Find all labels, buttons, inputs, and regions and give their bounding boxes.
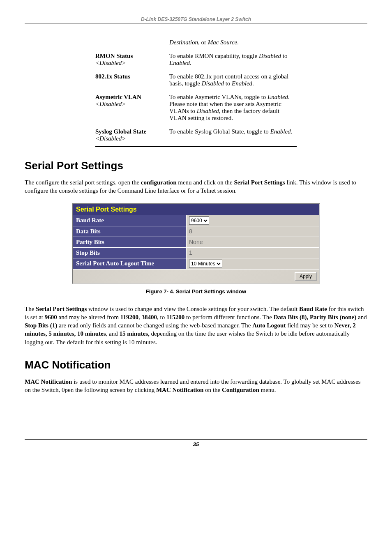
row-auto-logout: Serial Port Auto Logout Time 10 Minutes: [73, 258, 319, 269]
heading-serial-port-settings: Serial Port Settings: [25, 159, 367, 172]
row-baud-rate: Baud Rate 9600: [73, 215, 319, 226]
page-footer: 35: [25, 439, 367, 447]
label-syslog: Syslog Global State: [95, 128, 146, 135]
apply-button[interactable]: Apply: [295, 272, 317, 281]
row-8021x: 802.1x Status To enable 802.1x port cont…: [95, 70, 297, 90]
header-title: D-Link DES-3250TG Standalone Layer 2 Swi…: [25, 16, 367, 22]
label-rmon: RMON Status: [95, 53, 133, 59]
page-header: D-Link DES-3250TG Standalone Layer 2 Swi…: [25, 16, 367, 23]
para-serial-intro: The configure the serial port settings, …: [25, 178, 367, 195]
row-asymvlan: Asymetric VLAN <Disabled> To enable Asym…: [95, 90, 297, 125]
heading-mac-notification: MAC Notification: [25, 359, 367, 371]
label-asymvlan: Asymetric VLAN: [95, 94, 141, 100]
figure-caption: Figure 7- 4. Serial Port Settings window: [25, 288, 367, 295]
row-data-bits: Data Bits 8: [73, 226, 319, 237]
page-number: 35: [193, 441, 199, 447]
row-stop-bits: Stop Bits 1: [73, 247, 319, 258]
para-serial-explain: The Serial Port Settings window is used …: [25, 305, 367, 346]
panel-title: Serial Port Settings: [73, 204, 319, 215]
select-auto-logout[interactable]: 10 Minutes: [189, 260, 222, 268]
select-baud-rate[interactable]: 9600: [189, 216, 209, 225]
label-auto-logout: Serial Port Auto Logout Time: [73, 258, 187, 269]
text-destination: Destination: [169, 39, 198, 46]
state-syslog: <Disabled>: [95, 135, 126, 142]
state-asymvlan: <Disabled>: [95, 101, 126, 107]
label-8021x: 802.1x Status: [95, 73, 130, 80]
row-destination-fragment: Destination, or Mac Source.: [95, 36, 297, 49]
row-syslog: Syslog Global State <Disabled> To enable…: [95, 125, 297, 147]
value-data-bits: 8: [187, 226, 319, 237]
label-data-bits: Data Bits: [73, 226, 187, 237]
parameter-table: Destination, or Mac Source. RMON Status …: [95, 36, 297, 147]
row-parity-bits: Parity Bits None: [73, 237, 319, 247]
text-mac-source: Mac Source: [208, 39, 238, 46]
label-baud-rate: Baud Rate: [73, 215, 187, 226]
para-mac-notification: MAC Notification is used to monitor MAC …: [25, 378, 367, 394]
panel-footer: Apply: [73, 269, 319, 283]
label-parity-bits: Parity Bits: [73, 237, 187, 247]
value-stop-bits: 1: [187, 248, 319, 258]
row-rmon: RMON Status <Disabled> To enable RMON ca…: [95, 49, 297, 70]
serial-port-settings-panel: Serial Port Settings Baud Rate 9600 Data…: [72, 203, 320, 284]
value-parity-bits: None: [187, 237, 319, 247]
label-stop-bits: Stop Bits: [73, 248, 187, 258]
state-rmon: <Disabled>: [95, 60, 126, 66]
